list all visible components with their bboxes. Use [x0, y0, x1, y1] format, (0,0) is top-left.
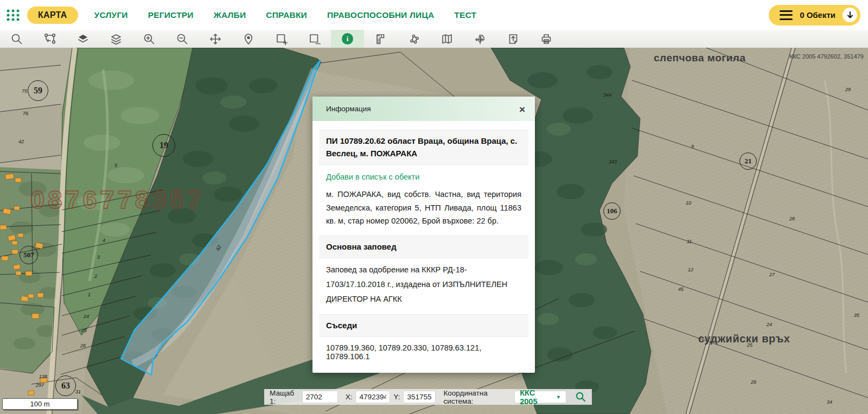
- x-coordinate-input[interactable]: [355, 391, 390, 403]
- map-parcel-number: 5: [114, 163, 117, 168]
- tool-search-icon[interactable]: [0, 30, 33, 48]
- map-parcel-number: 297: [36, 383, 44, 388]
- parcel-details: м. ПОЖАРАКА, вид собств. Частна, вид тер…: [326, 188, 521, 228]
- close-icon[interactable]: ×: [517, 102, 527, 117]
- scalebar-label: 100 m: [30, 400, 49, 408]
- tool-export-icon[interactable]: [496, 30, 529, 48]
- map-parcel-number: 10: [686, 200, 691, 206]
- map-circled-parcel-number: 19: [152, 134, 175, 157]
- tool-locate-icon[interactable]: [232, 30, 265, 48]
- order-section-header: Основна заповед: [319, 235, 528, 259]
- add-to-objects-link[interactable]: Добави в списък с обекти: [326, 173, 521, 181]
- nav-item-karta[interactable]: КАРТА: [27, 7, 78, 24]
- map-parcel-number: 45: [678, 286, 684, 292]
- map-corner-coordinates: ККС 2005 4792602, 351479: [789, 53, 864, 60]
- tool-measure-icon[interactable]: [364, 30, 397, 48]
- scale-input[interactable]: [302, 391, 338, 403]
- download-objects-button[interactable]: [843, 8, 857, 22]
- nav-item-pravosposobni-lica[interactable]: ПРАВОСПОСОБНИ ЛИЦА: [327, 10, 434, 20]
- tool-polygon-icon[interactable]: [397, 30, 430, 48]
- map-parcel-number: 24: [767, 322, 772, 327]
- map-parcel-number: 26: [751, 379, 756, 385]
- tool-zoom-in-icon[interactable]: [132, 30, 165, 48]
- nav-item-spravki[interactable]: СПРАВКИ: [266, 10, 307, 20]
- place-label-slepchova-mogila: слепчова могила: [654, 52, 745, 64]
- chevron-down-icon: ▼: [556, 394, 561, 400]
- info-popup-header: Информация ×: [312, 97, 535, 121]
- hamburger-icon: [780, 10, 793, 20]
- watermark-text: 0876778357: [30, 185, 205, 214]
- map-circled-parcel-number: 63: [55, 375, 76, 396]
- crs-select[interactable]: ККС 2005 ▼: [514, 391, 566, 403]
- objects-count-label: 0 Обекти: [800, 10, 835, 20]
- map-parcel-number: 75: [22, 88, 27, 94]
- tool-print-icon[interactable]: [529, 30, 563, 48]
- map-parcel-number: 343: [609, 159, 617, 164]
- map-scalebar: 100 m: [2, 398, 78, 410]
- y-coordinate-input[interactable]: [403, 391, 436, 403]
- map-parcel-number: 28: [789, 216, 795, 221]
- map-parcel-number: 2: [94, 273, 97, 279]
- map-parcel-number: 4: [103, 238, 105, 243]
- tool-axes-icon[interactable]: [463, 30, 496, 48]
- map-parcel-number: 31: [75, 389, 81, 394]
- nav-item-registri[interactable]: РЕГИСТРИ: [148, 10, 194, 20]
- map-parcel-number: 138: [39, 374, 47, 379]
- nav-item-test[interactable]: ТЕСТ: [454, 10, 476, 20]
- scale-label: Мащаб 1:: [270, 389, 299, 405]
- tool-zoom-out-icon[interactable]: [165, 30, 199, 48]
- map-circled-parcel-number: 21: [739, 152, 757, 170]
- crs-label: Координатна система:: [443, 389, 511, 405]
- map-parcel-number: 344: [603, 92, 611, 98]
- nav-item-uslugi[interactable]: УСЛУГИ: [94, 10, 128, 20]
- map-parcel-number: 12: [688, 267, 693, 272]
- tool-map-fold-icon[interactable]: [430, 30, 463, 48]
- parcel-header: ПИ 10789.20.62 област Враца, община Врац…: [319, 130, 528, 165]
- map-parcel-number: 25: [81, 328, 87, 333]
- coordinates-search-button[interactable]: [575, 391, 586, 403]
- tool-select-subtract-icon[interactable]: [298, 30, 331, 48]
- map-statusbar: Мащаб 1: X: Y: Координатна система: ККС …: [264, 389, 592, 405]
- map-parcel-number: 29: [845, 87, 851, 92]
- info-popup-title: Информация: [326, 105, 371, 113]
- map-parcel-number: 9: [691, 144, 694, 149]
- order-text: Заповед за одобрение на КККР РД-18-1703/…: [326, 263, 521, 306]
- map-parcel-number: 11: [687, 239, 692, 244]
- y-label: Y:: [393, 393, 400, 401]
- map-circled-parcel-number: 106: [603, 202, 621, 220]
- map-parcel-number: 25: [747, 342, 752, 348]
- info-popup: Информация × ПИ 10789.20.62 област Враца…: [312, 97, 535, 373]
- map-toolbar: i: [0, 30, 868, 48]
- map-parcel-number: 26: [80, 343, 86, 348]
- tool-route-icon[interactable]: [33, 30, 66, 48]
- map-parcel-number: 35: [854, 313, 859, 318]
- tool-info-icon[interactable]: i: [331, 30, 364, 48]
- top-nav: КАРТА УСЛУГИ РЕГИСТРИ ЖАЛБИ СПРАВКИ ПРАВ…: [0, 0, 868, 30]
- map-parcel-number: 3: [97, 254, 100, 260]
- map-circled-parcel-number: 507: [20, 246, 38, 264]
- x-label: X:: [346, 393, 353, 401]
- map-parcel-number: 42: [18, 139, 24, 144]
- map-circled-parcel-number: 59: [28, 80, 48, 101]
- search-icon: [575, 391, 586, 403]
- map-canvas[interactable]: 0876778357 слепчова могила суджийски връ…: [0, 48, 868, 414]
- map-parcel-number: 24: [84, 314, 89, 319]
- crs-value: ККС 2005: [520, 388, 550, 406]
- map-parcel-number: 1: [88, 292, 91, 297]
- tool-select-add-icon[interactable]: [265, 30, 298, 48]
- map-parcel-number: 76: [23, 111, 28, 116]
- main-menu: УСЛУГИ РЕГИСТРИ ЖАЛБИ СПРАВКИ ПРАВОСПОСО…: [94, 10, 477, 20]
- neighbors-list: 10789.19.360, 10789.20.330, 10789.63.121…: [326, 343, 521, 361]
- objects-list-button[interactable]: 0 Обекти: [769, 5, 860, 26]
- apps-grid-icon[interactable]: [5, 8, 21, 23]
- tool-pan-icon[interactable]: [199, 30, 232, 48]
- tool-layers-filled-icon[interactable]: [66, 30, 99, 48]
- map-parcel-number: 34: [827, 399, 832, 405]
- nav-item-zhalbi[interactable]: ЖАЛБИ: [214, 10, 246, 20]
- place-label-sudzhiyski-vrah: суджийски връх: [698, 333, 790, 345]
- arrow-down-icon: [846, 11, 854, 19]
- map-parcel-number: 27: [769, 272, 775, 277]
- info-popup-body: ПИ 10789.20.62 област Враца, община Врац…: [312, 121, 535, 373]
- tool-layers-outline-icon[interactable]: [99, 30, 132, 48]
- neighbors-section-header: Съседи: [319, 314, 528, 337]
